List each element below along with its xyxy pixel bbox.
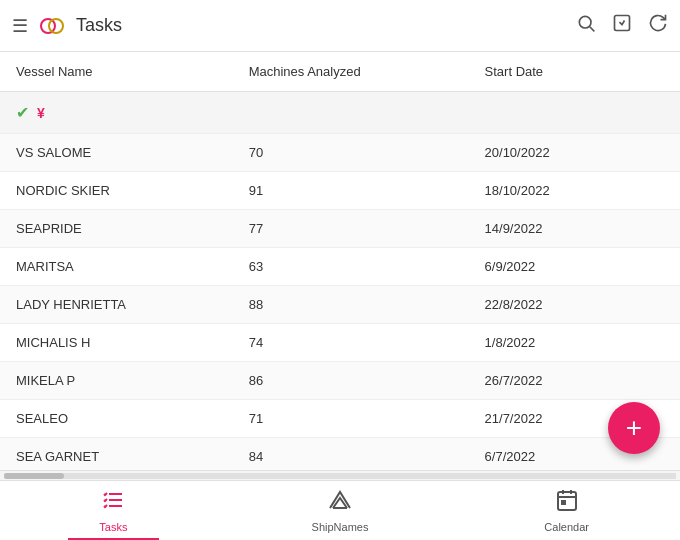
table-row: MICHALIS H741/8/2022 xyxy=(0,324,680,362)
add-fab-button[interactable]: + xyxy=(608,402,660,454)
tasks-nav-icon xyxy=(101,488,125,518)
start-date-cell: 6/9/2022 xyxy=(469,248,628,286)
start-date-cell: 14/9/2022 xyxy=(469,210,628,248)
vessel-name-cell: LADY HENRIETTA xyxy=(0,286,233,324)
table-row: NORDIC SKIER9118/10/2022 xyxy=(0,172,680,210)
menu-icon[interactable]: ☰ xyxy=(12,15,28,37)
svg-point-2 xyxy=(579,16,591,28)
search-icon[interactable] xyxy=(576,13,596,38)
col-vessel-name: Vessel Name xyxy=(0,52,233,92)
calendar-nav-icon xyxy=(555,488,579,518)
shipnames-nav-icon xyxy=(328,488,352,518)
table-row: SEALEO7121/7/2022 xyxy=(0,400,680,438)
svg-line-3 xyxy=(590,27,595,32)
main-content: Vessel Name Machines Analyzed Start Date… xyxy=(0,52,680,470)
machines-analyzed-cell: 84 xyxy=(233,438,469,471)
col-spacer xyxy=(628,52,680,92)
table-header-row: Vessel Name Machines Analyzed Start Date xyxy=(0,52,680,92)
hscroll-thumb xyxy=(4,473,64,479)
green-check-icon: ✔ xyxy=(16,103,29,122)
vessel-name-cell: SEA GARNET xyxy=(0,438,233,471)
machines-analyzed-cell: 77 xyxy=(233,210,469,248)
tasks-table: Vessel Name Machines Analyzed Start Date… xyxy=(0,52,680,470)
col-start-date: Start Date xyxy=(469,52,628,92)
nav-item-shipnames[interactable]: ShipNames xyxy=(227,481,454,540)
nav-item-tasks[interactable]: Tasks xyxy=(0,481,227,540)
start-date-cell: 6/7/2022 xyxy=(469,438,628,471)
vessel-name-cell: VS SALOME xyxy=(0,134,233,172)
table-row: VS SALOME7020/10/2022 xyxy=(0,134,680,172)
vessel-name-cell: SEAPRIDE xyxy=(0,210,233,248)
svg-rect-13 xyxy=(562,501,565,504)
bottom-navigation: Tasks ShipNames Calendar xyxy=(0,480,680,540)
machines-analyzed-cell: 86 xyxy=(233,362,469,400)
machines-analyzed-cell: 91 xyxy=(233,172,469,210)
calendar-nav-label: Calendar xyxy=(544,521,589,533)
table-row: SEA GARNET846/7/2022 xyxy=(0,438,680,471)
machines-analyzed-cell: 74 xyxy=(233,324,469,362)
header-actions xyxy=(576,13,668,38)
vessel-name-cell: NORDIC SKIER xyxy=(0,172,233,210)
table-row: SEAPRIDE7714/9/2022 xyxy=(0,210,680,248)
machines-analyzed-cell: 63 xyxy=(233,248,469,286)
svg-rect-9 xyxy=(558,492,576,510)
vessel-name-cell: MARITSA xyxy=(0,248,233,286)
header-left: ☰ Tasks xyxy=(12,12,576,40)
hscroll-track xyxy=(4,473,676,479)
table-row: MARITSA636/9/2022 xyxy=(0,248,680,286)
tasks-nav-label: Tasks xyxy=(99,521,127,533)
start-date-cell: 18/10/2022 xyxy=(469,172,628,210)
start-date-cell: 22/8/2022 xyxy=(469,286,628,324)
vessel-name-cell: SEALEO xyxy=(0,400,233,438)
shipnames-nav-label: ShipNames xyxy=(312,521,369,533)
app-header: ☰ Tasks xyxy=(0,0,680,52)
start-date-cell: 21/7/2022 xyxy=(469,400,628,438)
start-date-cell: 20/10/2022 xyxy=(469,134,628,172)
start-date-cell: 1/8/2022 xyxy=(469,324,628,362)
vessel-name-cell: MICHALIS H xyxy=(0,324,233,362)
table-row-special: ✔ ¥ xyxy=(0,92,680,134)
yen-icon: ¥ xyxy=(37,105,45,121)
machines-analyzed-cell: 88 xyxy=(233,286,469,324)
table-row: MIKELA P8626/7/2022 xyxy=(0,362,680,400)
app-logo xyxy=(38,12,66,40)
vessel-name-cell: MIKELA P xyxy=(0,362,233,400)
page-title: Tasks xyxy=(76,15,122,36)
table-row: LADY HENRIETTA8822/8/2022 xyxy=(0,286,680,324)
special-row-cell: ✔ ¥ xyxy=(0,92,233,134)
svg-rect-4 xyxy=(615,16,630,31)
machines-analyzed-cell: 70 xyxy=(233,134,469,172)
col-machines-analyzed: Machines Analyzed xyxy=(233,52,469,92)
horizontal-scrollbar[interactable] xyxy=(0,470,680,480)
machines-analyzed-cell: 71 xyxy=(233,400,469,438)
data-table-container[interactable]: Vessel Name Machines Analyzed Start Date… xyxy=(0,52,680,470)
nav-item-calendar[interactable]: Calendar xyxy=(453,481,680,540)
checklist-icon[interactable] xyxy=(612,13,632,38)
refresh-icon[interactable] xyxy=(648,13,668,38)
start-date-cell: 26/7/2022 xyxy=(469,362,628,400)
